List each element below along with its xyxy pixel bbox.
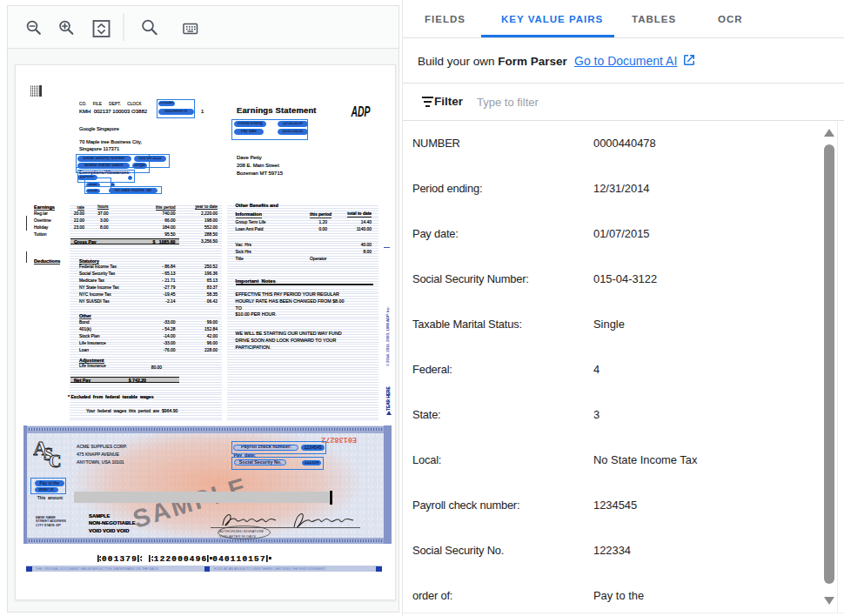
svg-text:AUTHORIZED SIGNATURE: AUTHORIZED SIGNATURE bbox=[219, 529, 265, 533]
svg-text:VOID AFTER 90 DAYS: VOID AFTER 90 DAYS bbox=[219, 534, 256, 539]
svg-text:ADP: ADP bbox=[351, 104, 371, 119]
svg-text:C: C bbox=[49, 452, 61, 469]
